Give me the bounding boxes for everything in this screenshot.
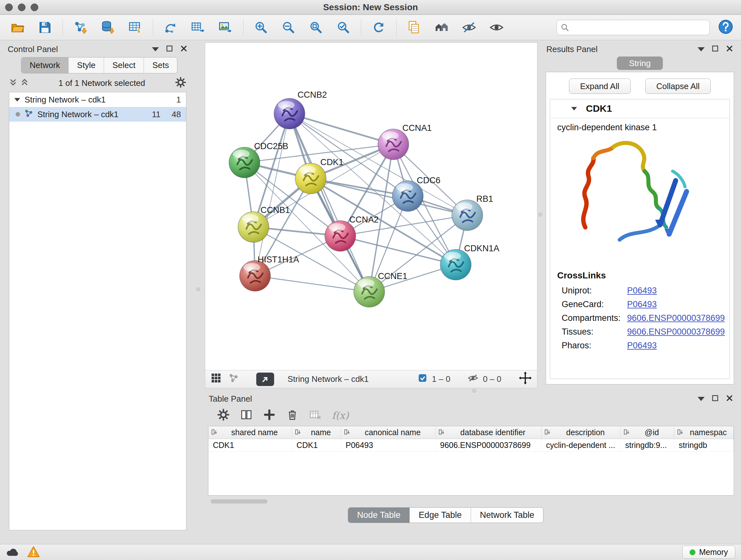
close-panel-icon[interactable]	[726, 45, 733, 54]
cell-name[interactable]: CDK1	[292, 439, 341, 451]
float-panel-icon[interactable]	[166, 45, 173, 53]
panel-menu-icon[interactable]	[152, 47, 159, 51]
crosslink-link[interactable]: P06493	[627, 286, 657, 296]
tab-string[interactable]: String	[617, 57, 663, 70]
cell-shared-name[interactable]: CDK1	[208, 439, 292, 451]
selected-checkbox-icon[interactable]	[418, 373, 427, 385]
show-graphics-button[interactable]	[484, 17, 509, 38]
network-overview-icon[interactable]	[228, 373, 239, 386]
table-options-gear-icon[interactable]	[217, 408, 230, 422]
close-window-button[interactable]	[5, 3, 13, 11]
function-builder-button[interactable]: f(x)	[332, 410, 349, 421]
sort-column-icon[interactable]	[623, 428, 630, 437]
cell-namespace[interactable]: stringdb	[674, 439, 734, 451]
minimize-window-button[interactable]	[18, 3, 25, 11]
tab-network-table[interactable]: Network Table	[471, 508, 543, 523]
network-edge[interactable]	[311, 179, 468, 215]
crosslink-link[interactable]: P06493	[627, 300, 657, 309]
delete-column-icon[interactable]	[286, 408, 299, 422]
warnings-button[interactable]	[27, 546, 40, 559]
search-input[interactable]	[556, 20, 710, 35]
tab-style[interactable]: Style	[69, 57, 104, 73]
cloud-status-button[interactable]	[6, 546, 20, 558]
detach-view-button[interactable]	[256, 373, 274, 386]
hidden-eye-slash-icon[interactable]	[468, 373, 478, 385]
show-columns-icon[interactable]	[240, 408, 253, 422]
sort-column-icon[interactable]	[294, 428, 301, 437]
column-header-namespace[interactable]: namespac	[674, 426, 734, 439]
network-edge[interactable]	[289, 114, 369, 292]
delete-table-icon[interactable]	[309, 408, 322, 422]
collapse-all-button[interactable]: Collapse All	[645, 78, 711, 94]
collapse-gene-icon[interactable]	[571, 107, 577, 111]
sort-column-icon[interactable]	[544, 428, 551, 437]
network-collection-row[interactable]: String Network – cdk1 1	[9, 92, 186, 107]
network-node-cdk1[interactable]	[295, 163, 326, 194]
sort-column-icon[interactable]	[211, 428, 218, 437]
cell-description[interactable]: cyclin-dependent ...	[542, 439, 621, 451]
collection-expand-icon[interactable]	[14, 98, 20, 102]
expand-tree-icon[interactable]	[20, 78, 29, 88]
crosslink-link[interactable]: 9606.ENSP00000378699	[627, 313, 725, 323]
network-node-cdc25b[interactable]	[229, 147, 260, 178]
column-header-name[interactable]: name	[292, 426, 341, 439]
zoom-in-button[interactable]	[249, 17, 273, 38]
apply-layout-button[interactable]	[366, 17, 391, 38]
splitter-grip[interactable]	[472, 389, 476, 393]
tab-sets[interactable]: Sets	[144, 57, 177, 73]
network-edge[interactable]	[289, 114, 394, 144]
scrollbar-thumb[interactable]	[211, 499, 267, 503]
import-network-database-button[interactable]	[95, 17, 120, 38]
grid-view-icon[interactable]	[210, 372, 222, 386]
horizontal-scrollbar[interactable]	[209, 499, 733, 504]
splitter-grip[interactable]	[196, 287, 200, 291]
panel-menu-icon[interactable]	[697, 397, 704, 401]
network-canvas[interactable]: CCNB2CCNA1CDC25BCDK1CDC6RB1CCNB1CCNA2CDK…	[205, 43, 537, 370]
splitter-grip[interactable]	[538, 212, 542, 216]
import-network-file-button[interactable]	[68, 17, 93, 38]
tab-network[interactable]: Network	[21, 57, 69, 73]
sample-sessions-button[interactable]	[429, 17, 454, 38]
sort-column-icon[interactable]	[438, 428, 445, 437]
pan-mode-icon[interactable]	[519, 371, 532, 387]
network-edge[interactable]	[255, 114, 289, 276]
hide-graphics-button[interactable]	[457, 17, 482, 38]
tab-select[interactable]: Select	[104, 57, 144, 73]
tab-node-table[interactable]: Node Table	[348, 508, 410, 523]
tab-edge-table[interactable]: Edge Table	[410, 508, 471, 523]
column-header-id[interactable]: @id	[621, 426, 674, 439]
column-header-shared-name[interactable]: shared name	[208, 426, 292, 439]
memory-button[interactable]: Memory	[682, 546, 735, 559]
close-panel-icon[interactable]	[180, 45, 188, 54]
network-node-rb1[interactable]	[452, 200, 483, 231]
crosslink-link[interactable]: 9606.ENSP00000378699	[627, 327, 725, 337]
network-node-ccna1[interactable]	[378, 129, 409, 160]
close-panel-icon[interactable]	[726, 394, 733, 403]
open-session-button[interactable]	[5, 17, 30, 38]
cell-id[interactable]: stringdb:9...	[621, 439, 674, 451]
network-node-ccna2[interactable]	[325, 221, 356, 251]
save-session-button[interactable]	[32, 17, 57, 38]
cell-database-identifier[interactable]: 9606.ENSP00000378699	[435, 439, 542, 451]
zoom-out-button[interactable]	[276, 17, 301, 38]
maximize-window-button[interactable]	[30, 3, 38, 11]
network-node-ccnb1[interactable]	[238, 212, 269, 242]
network-row[interactable]: String Network – cdk1 11 48	[9, 107, 186, 122]
collapse-tree-icon[interactable]	[9, 78, 17, 88]
zoom-selected-button[interactable]	[331, 17, 356, 38]
network-options-gear-icon[interactable]	[175, 77, 186, 89]
import-table-file-button[interactable]	[123, 17, 148, 38]
new-network-button[interactable]	[158, 17, 183, 38]
network-node-hist1h1a[interactable]	[240, 260, 271, 291]
export-image-button[interactable]	[213, 17, 238, 38]
crosslink-link[interactable]: P06493	[627, 341, 657, 351]
column-header-database-identifier[interactable]: database identifier	[435, 426, 542, 439]
add-column-icon[interactable]	[263, 408, 276, 422]
column-header-description[interactable]: description	[542, 426, 621, 439]
export-table-button[interactable]	[186, 17, 211, 38]
panel-menu-icon[interactable]	[697, 47, 704, 51]
network-node-ccnb2[interactable]	[274, 98, 305, 129]
network-node-cdc6[interactable]	[393, 181, 423, 211]
column-header-canonical-name[interactable]: canonical name	[341, 426, 435, 439]
documentation-button[interactable]	[402, 17, 427, 38]
